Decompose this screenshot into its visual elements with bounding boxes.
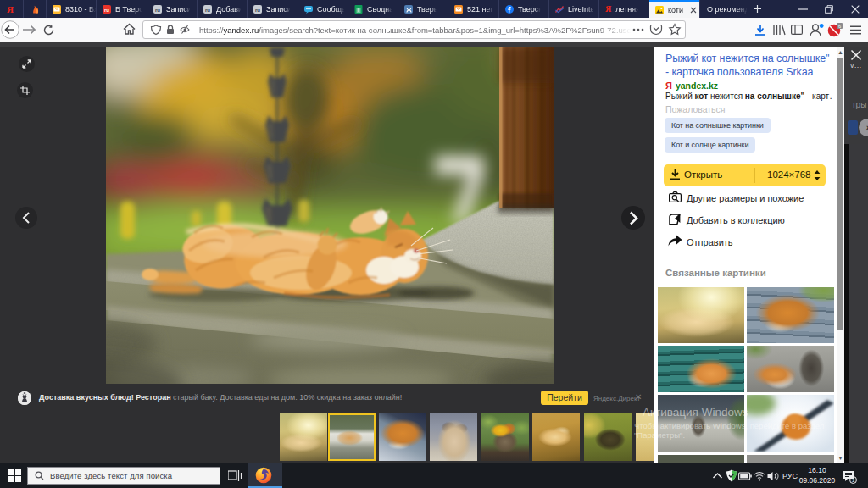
svg-text:ru: ru (255, 7, 260, 12)
svg-text:ru: ru (155, 7, 160, 12)
svg-text:1: 1 (852, 477, 855, 483)
svg-text:ru: ru (205, 7, 210, 12)
svg-text:ru: ru (104, 7, 109, 12)
svg-text:6: 6 (838, 24, 841, 29)
